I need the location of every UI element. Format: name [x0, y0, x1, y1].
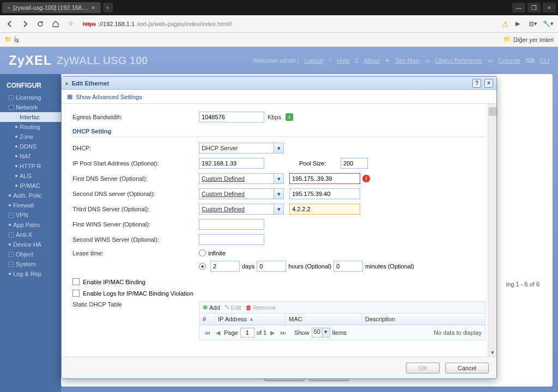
lease-minutes-input[interactable] — [333, 261, 363, 272]
close-button[interactable]: × — [484, 79, 493, 88]
dhcp-combo[interactable]: DHCP Server ▾ — [199, 143, 284, 154]
logout-link[interactable]: Logout — [305, 57, 323, 64]
dialog-title: Edit Ethernet — [72, 80, 109, 87]
wins1-input[interactable] — [199, 219, 264, 230]
app-root: ZyXEL ZyWALL USG 100 Welcome admin | Log… — [0, 47, 558, 392]
wrench-button[interactable]: 🔧▾ — [542, 17, 555, 30]
poolsize-label: Pool Size: — [299, 160, 341, 167]
egress-input[interactable] — [199, 112, 264, 122]
dns2-combo[interactable]: Custom Defined▾ — [199, 188, 284, 199]
back-button[interactable] — [3, 17, 16, 30]
pager-last[interactable]: ⏭ — [278, 329, 288, 336]
bookmark-is[interactable]: 📁İş — [4, 36, 19, 43]
sidebar-item-antix[interactable]: +Anti-X — [0, 230, 61, 240]
sidebar-item-httpr[interactable]: HTTP R — [0, 161, 61, 171]
sidebar-item-routing[interactable]: Routing — [0, 122, 61, 132]
col-mac[interactable]: MAC — [286, 314, 362, 324]
col-desc[interactable]: Description — [362, 314, 485, 324]
forward-button[interactable] — [19, 17, 32, 30]
wins2-input[interactable] — [199, 234, 264, 245]
ok-button[interactable]: OK — [406, 363, 440, 373]
new-tab-button[interactable]: + — [103, 3, 113, 13]
cli-link[interactable]: CLI — [540, 57, 549, 64]
window-minimize-button[interactable]: — — [512, 3, 525, 13]
dns1-input[interactable] — [289, 173, 360, 184]
sidebar-item-ipmac[interactable]: IP/MAC — [0, 181, 61, 191]
pager-first[interactable]: ⏮ — [203, 329, 212, 336]
sidebar-item-apppatro[interactable]: App Patro — [0, 220, 61, 230]
sidebar-item-ddns[interactable]: DDNS — [0, 142, 61, 151]
sidebar-item-label: Network — [16, 104, 38, 111]
console-link[interactable]: Console — [499, 57, 520, 64]
lease-days-input[interactable] — [210, 261, 240, 272]
tab-close-icon[interactable]: × — [92, 4, 95, 11]
sidebar-item-authpolic[interactable]: Auth. Polic — [0, 191, 61, 200]
sidebar-item-interfac[interactable]: Interfac — [0, 112, 61, 122]
expand-icon[interactable]: + — [9, 252, 14, 257]
sidebar-item-firewall[interactable]: Firewall — [0, 200, 61, 210]
dialog-scrollbar[interactable]: ▴ ▾ — [488, 104, 496, 357]
add-button[interactable]: ⊕Add — [203, 304, 220, 311]
browser-tab[interactable]: ▫ [zywall-usg-100] (192.168.... × — [2, 2, 101, 13]
bullet-icon — [9, 204, 11, 206]
lease-hours-input[interactable] — [257, 261, 286, 272]
expand-icon[interactable]: + — [9, 213, 14, 218]
pager-page-input[interactable] — [240, 328, 254, 338]
enable-logs-checkbox[interactable] — [72, 290, 80, 297]
dns2-input[interactable] — [289, 188, 360, 199]
remove-button[interactable]: 🗑Remove — [246, 304, 276, 311]
pager-show-combo[interactable]: 50▾ — [312, 328, 330, 338]
expand-icon[interactable]: + — [9, 262, 14, 267]
reload-button[interactable] — [34, 17, 47, 30]
sitemap-link[interactable]: Site Map — [395, 57, 418, 64]
sidebar-item-logrep[interactable]: Log & Rep — [0, 269, 61, 279]
dns1-combo[interactable]: Custom Defined▾ — [199, 173, 284, 184]
lease-infinite-radio[interactable] — [199, 249, 206, 256]
cancel-button[interactable]: Cancel — [445, 363, 489, 373]
url-bar[interactable]: https://192.168.1.1/ext-js/web-pages/ind… — [80, 21, 500, 27]
info-icon[interactable]: i — [286, 113, 293, 121]
col-ip[interactable]: IP Address▲ — [215, 314, 286, 324]
sidebar-item-alg[interactable]: ALG — [0, 171, 61, 181]
expand-icon[interactable]: + — [9, 232, 14, 237]
dialog-titlebar[interactable]: ● Edit Ethernet ? × — [62, 77, 496, 90]
window-maximize-button[interactable]: ❐ — [527, 3, 541, 13]
star-button[interactable]: ☆ — [64, 17, 77, 30]
expand-icon[interactable]: - — [9, 105, 14, 110]
play-button[interactable]: ▶ — [511, 17, 524, 30]
sidebar-item-nat[interactable]: NAT — [0, 151, 61, 161]
sidebar-item-deviceha[interactable]: Device HA — [0, 240, 61, 249]
expand-icon[interactable]: + — [9, 95, 14, 100]
show-advanced-toggle[interactable]: ▦ Show Advanced Settings — [62, 90, 496, 104]
scroll-thumb[interactable] — [489, 107, 496, 116]
page-menu-button[interactable]: ▥▾ — [526, 17, 539, 30]
pager-prev[interactable]: ◀ — [214, 329, 222, 336]
col-num[interactable]: # — [199, 314, 215, 324]
edit-button[interactable]: ✎Edit — [225, 304, 241, 311]
objectref-link[interactable]: Object Reference — [435, 57, 482, 64]
sidebar-item-zone[interactable]: Zone — [0, 132, 61, 142]
enable-ipmac-checkbox[interactable] — [72, 278, 80, 285]
dialog-footer: OK Cancel — [62, 357, 496, 378]
ippool-input[interactable] — [199, 158, 264, 169]
lease-label: Lease time: — [72, 250, 199, 256]
dns3-combo[interactable]: Custom Defined▾ — [199, 204, 284, 215]
help-link[interactable]: Help — [337, 57, 349, 64]
home-button[interactable] — [49, 17, 62, 30]
pager-next[interactable]: ▶ — [269, 329, 276, 336]
dns3-input[interactable] — [289, 204, 360, 215]
about-link[interactable]: About — [364, 57, 380, 64]
lease-custom-radio[interactable] — [199, 263, 206, 270]
sidebar-item-vpn[interactable]: +VPN — [0, 210, 61, 220]
help-button[interactable]: ? — [472, 79, 481, 88]
poolsize-input[interactable] — [341, 158, 368, 169]
welcome-text: Welcome admin | — [253, 57, 299, 64]
sidebar-item-object[interactable]: +Object — [0, 249, 61, 259]
sidebar-title: CONFIGUR — [0, 78, 61, 93]
scroll-down-icon[interactable]: ▾ — [488, 348, 496, 357]
sidebar-item-system[interactable]: +System — [0, 259, 61, 269]
sidebar-item-network[interactable]: -Network — [0, 102, 61, 112]
bookmark-other[interactable]: 📁Diğer yer imleri — [504, 36, 554, 43]
window-close-button[interactable]: × — [543, 3, 556, 13]
sidebar-item-licensing[interactable]: +Licensing — [0, 93, 61, 102]
